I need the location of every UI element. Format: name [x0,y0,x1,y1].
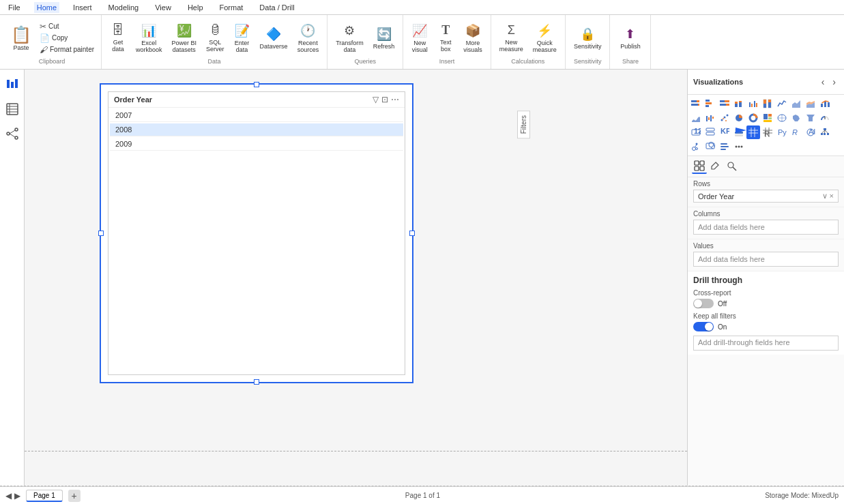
viz-smart-narrative[interactable] [718,140,731,153]
resize-bottom[interactable] [254,379,259,385]
viz-clustered-col[interactable] [746,97,760,110]
resize-right[interactable] [409,231,415,236]
sidebar-data-icon[interactable] [3,100,22,119]
new-measure-button[interactable]: Σ Newmeasure [495,20,527,56]
text-box-button[interactable]: T Textbox [433,20,458,56]
viz-qa[interactable]: Q&A [703,140,717,153]
viz-key-influencers[interactable] [689,140,703,153]
add-page-button[interactable]: + [68,490,81,502]
page-tab-1[interactable]: Page 1 [26,490,63,502]
panel-collapse-left[interactable]: ‹ [819,74,828,90]
powerbi-button[interactable]: 💹 Power BIdatasets [168,20,201,56]
viz-decomp-tree[interactable] [818,125,832,139]
table-row-selected[interactable]: 2008 [110,123,403,136]
refresh-button[interactable]: 🔄 Refresh [369,20,399,56]
viz-more[interactable] [732,140,746,153]
rows-chevron-icon[interactable]: ∨ [822,192,828,201]
svg-rect-67 [706,132,714,135]
cross-report-toggle[interactable] [693,299,714,308]
rows-field-tag[interactable]: Order Year ∨ × [693,190,839,203]
viz-stacked-col[interactable] [732,97,746,110]
viz-python[interactable]: Py [775,125,789,139]
panel-collapse-right[interactable]: › [830,74,839,90]
table-row[interactable]: 2009 [110,138,403,151]
recent-sources-button[interactable]: 🕐 Recentsources [293,20,323,56]
rows-remove-icon[interactable]: × [830,192,834,201]
viz-gauge[interactable] [818,111,832,125]
new-visual-button[interactable]: 📈 Newvisual [407,20,432,56]
resize-top[interactable] [254,82,259,87]
menu-home[interactable]: Home [34,2,59,13]
viz-map[interactable] [775,111,789,125]
page-nav-right[interactable]: ▶ [14,491,20,501]
viz-ai-visual[interactable]: AI [804,125,817,139]
publish-button[interactable]: ⬆ Publish [616,20,645,56]
quick-measure-button[interactable]: ⚡ Quickmeasure [529,20,561,56]
viz-filled-map[interactable] [789,111,803,125]
viz-stacked-bar[interactable] [689,97,703,110]
viz-100-col[interactable] [761,97,774,110]
format-tab-btn[interactable] [708,159,723,174]
sql-button[interactable]: 🛢 SQLServer [202,20,229,56]
new-measure-icon: Σ [508,23,515,38]
viz-treemap[interactable] [761,111,774,125]
build-tab-btn[interactable] [692,159,707,174]
viz-matrix[interactable]: R [761,125,774,139]
resize-left[interactable] [98,231,104,236]
viz-line-col[interactable] [818,97,832,110]
svg-rect-29 [751,104,753,107]
viz-clustered-bar[interactable] [703,97,717,110]
cut-button[interactable]: ✂ Cut [37,21,97,32]
svg-rect-109 [700,161,704,165]
viz-kpi[interactable]: KPI [718,125,731,139]
viz-stacked-area[interactable] [804,97,817,110]
copy-button[interactable]: 📄 Copy [37,33,97,44]
viz-card[interactable]: 123 [689,125,703,139]
columns-drop-zone[interactable]: Add data fields here [693,220,839,235]
viz-line[interactable] [775,97,789,110]
menu-format[interactable]: Format [217,2,246,13]
filters-tab[interactable]: Filters [517,110,530,138]
canvas-area[interactable]: Order Year ▽ ⊡ ⋯ 2007 2008 [25,70,687,486]
menu-view[interactable]: View [152,2,174,13]
rows-field-actions: ∨ × [822,192,834,201]
menu-data-drill[interactable]: Data / Drill [257,2,297,13]
get-data-button[interactable]: 🗄 Getdata [106,20,130,56]
table-row[interactable]: 2007 [110,109,403,122]
viz-waterfall[interactable] [703,111,717,125]
sidebar-model-icon[interactable] [3,124,22,143]
viz-ribbon[interactable] [689,111,703,125]
viz-pie[interactable] [732,111,746,125]
menu-help[interactable]: Help [185,2,206,13]
excel-button[interactable]: 📊 Excelworkbook [132,20,166,56]
format-painter-button[interactable]: 🖌 Format painter [37,44,97,55]
sensitivity-button[interactable]: 🔒 Sensitivity [570,20,606,56]
viz-r-script[interactable]: R [789,125,803,139]
analytics-tab-btn[interactable] [725,159,740,174]
filter-toolbar-btn[interactable]: ▽ [373,95,379,104]
enter-data-button[interactable]: 📝 Enterdata [230,20,254,56]
page-nav-left[interactable]: ◀ [5,491,12,501]
viz-table[interactable] [746,125,760,139]
keep-filters-toggle[interactable] [693,322,714,331]
values-drop-zone[interactable]: Add data fields here [693,252,839,267]
visual-container[interactable]: Order Year ▽ ⊡ ⋯ 2007 2008 [100,83,413,383]
dataverse-button[interactable]: 🔷 Dataverse [256,20,292,56]
viz-donut[interactable] [746,111,760,125]
viz-100-bar[interactable] [718,97,731,110]
paste-button[interactable]: 📋 Paste [7,20,35,56]
transform-button[interactable]: ⚙ Transformdata [332,20,368,56]
menu-insert[interactable]: Insert [70,2,95,13]
svg-rect-66 [706,128,714,131]
more-visuals-button[interactable]: 📦 Morevisuals [459,20,486,56]
viz-scatter[interactable] [718,111,731,125]
viz-area[interactable] [789,97,803,110]
menu-file[interactable]: File [5,2,23,13]
menu-modeling[interactable]: Modeling [106,2,142,13]
more-toolbar-btn[interactable]: ⋯ [391,95,399,104]
drill-fields-drop-zone[interactable]: Add drill-through fields here [693,336,839,351]
sidebar-report-icon[interactable] [3,75,22,94]
viz-multi-row-card[interactable] [703,125,717,139]
focus-toolbar-btn[interactable]: ⊡ [381,95,388,104]
viz-funnel[interactable] [804,111,817,125]
